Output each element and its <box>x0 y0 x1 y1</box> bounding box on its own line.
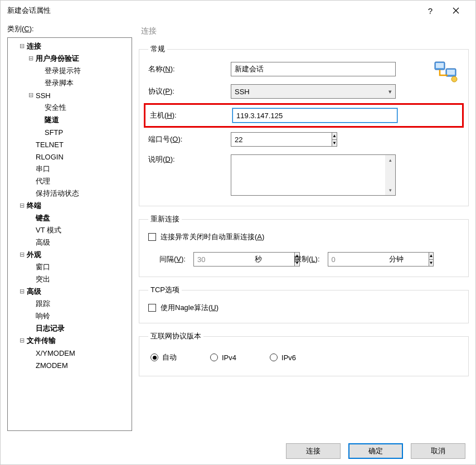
tree-item-label: X/YMODEM <box>35 349 75 357</box>
tree-item[interactable]: SFTP <box>8 126 132 138</box>
tree-item-label: 突出 <box>35 274 50 284</box>
category-label: 类别(C): <box>7 24 132 34</box>
collapse-icon[interactable]: ⊟ <box>18 288 26 295</box>
tree-item[interactable]: 代理 <box>8 175 132 187</box>
radio-icon <box>150 353 158 361</box>
protocol-value: SSH <box>235 88 250 96</box>
scroll-down-icon[interactable]: ▾ <box>385 185 395 195</box>
group-general-legend: 常规 <box>148 44 167 54</box>
svg-rect-3 <box>447 70 455 75</box>
tree-item[interactable]: 串口 <box>8 163 132 175</box>
close-button[interactable] <box>443 1 469 21</box>
category-tree[interactable]: ⊟连接⊟用户身份验证登录提示符登录脚本⊟SSH安全性隧道SFTPTELNETRL… <box>7 37 132 431</box>
tree-item-label: 安全性 <box>43 103 66 113</box>
limit-spin-buttons: ▲▼ <box>429 252 434 267</box>
tree-item-label: 登录脚本 <box>43 78 74 88</box>
host-input[interactable] <box>232 108 397 123</box>
tree-item[interactable]: ⊟终端 <box>8 200 132 212</box>
port-spinner[interactable]: ▲ ▼ <box>231 132 326 147</box>
collapse-icon[interactable]: ⊟ <box>27 91 35 99</box>
ok-button[interactable]: 确定 <box>348 443 403 459</box>
tree-item-label: 文件传输 <box>26 336 56 346</box>
scroll-up-icon[interactable]: ▴ <box>385 155 395 165</box>
tree-item[interactable]: 窗口 <box>8 261 132 273</box>
port-label: 端口号(O): <box>148 134 231 144</box>
tree-item[interactable]: 高级 <box>8 236 132 249</box>
name-input[interactable] <box>231 62 396 76</box>
tree-item[interactable]: ⊟文件传输 <box>8 335 132 347</box>
scrollbar[interactable]: ▴ ▾ <box>385 155 395 195</box>
tree-item[interactable]: 突出 <box>8 273 132 285</box>
protocol-select[interactable]: SSH ▾ <box>231 84 396 99</box>
collapse-icon[interactable]: ⊟ <box>18 337 26 344</box>
tree-item[interactable]: 登录提示符 <box>8 65 132 77</box>
tree-item-label: 窗口 <box>35 262 50 272</box>
spin-down-icon[interactable]: ▼ <box>332 140 337 147</box>
help-button[interactable]: ? <box>417 1 443 21</box>
tree-item[interactable]: 日志记录 <box>8 322 132 335</box>
panel-title: 连接 <box>141 26 469 36</box>
port-input[interactable] <box>231 132 332 147</box>
tree-item[interactable]: 安全性 <box>8 101 132 114</box>
tree-item[interactable]: ZMODEM <box>8 359 132 371</box>
svg-rect-1 <box>436 63 444 68</box>
tree-item-label: TELNET <box>35 141 64 149</box>
tree-item-label: ZMODEM <box>35 361 68 370</box>
close-icon <box>453 7 459 14</box>
group-ip-version: 互联网协议版本 自动 IPv4 IPv6 <box>139 331 469 376</box>
tree-item[interactable]: 隧道 <box>8 114 132 126</box>
tree-item-label: 串口 <box>35 164 50 174</box>
tree-item-label: 高级 <box>26 287 41 297</box>
collapse-icon[interactable]: ⊟ <box>27 55 35 62</box>
radio-ipv4-label: IPv4 <box>222 353 236 362</box>
tree-item[interactable]: ⊟外观 <box>8 249 132 261</box>
tree-item[interactable]: ⊟高级 <box>8 285 132 298</box>
tree-item[interactable]: ⊟用户身份验证 <box>8 52 132 65</box>
group-ip-version-legend: 互联网协议版本 <box>148 331 203 341</box>
tree-item[interactable]: ⊟连接 <box>8 40 132 52</box>
tree-item[interactable]: 登录脚本 <box>8 77 132 89</box>
tree-item-label: RLOGIN <box>35 153 64 161</box>
group-tcp-legend: TCP选项 <box>148 285 182 295</box>
tree-item-label: 保持活动状态 <box>35 188 79 198</box>
radio-ipv6-label: IPv6 <box>281 353 296 362</box>
auto-reconnect-checkbox[interactable]: 连接异常关闭时自动重新连接(A) <box>148 232 459 242</box>
tree-item[interactable]: 响铃 <box>8 310 132 322</box>
tree-item-label: 代理 <box>35 176 50 186</box>
tree-item-label: 高级 <box>35 238 50 248</box>
tree-item[interactable]: VT 模式 <box>8 224 132 236</box>
tree-item[interactable]: ⊟SSH <box>8 89 132 101</box>
tree-item-label: 外观 <box>26 250 41 260</box>
tree-item[interactable]: 保持活动状态 <box>8 187 132 200</box>
nagle-label: 使用Nagle算法(U) <box>161 303 218 313</box>
description-textarea[interactable]: ▴ ▾ <box>231 154 396 196</box>
tree-item[interactable]: TELNET <box>8 138 132 151</box>
network-icon <box>434 61 458 83</box>
tree-item[interactable]: RLOGIN <box>8 151 132 163</box>
chevron-down-icon: ▾ <box>388 88 392 95</box>
radio-ipv6[interactable]: IPv6 <box>270 352 296 362</box>
nagle-checkbox[interactable]: 使用Nagle算法(U) <box>148 303 459 313</box>
checkbox-icon <box>148 304 156 312</box>
collapse-icon[interactable]: ⊟ <box>18 251 26 258</box>
tree-item-label: 连接 <box>26 41 41 51</box>
window-title: 新建会话属性 <box>7 6 51 16</box>
interval-label: 间隔(V): <box>159 254 186 264</box>
group-general: 常规 名称(N): 协议(P): SSH <box>139 44 469 206</box>
tree-item-label: VT 模式 <box>35 225 61 235</box>
protocol-label: 协议(P): <box>148 86 231 96</box>
collapse-icon[interactable]: ⊟ <box>18 42 26 50</box>
tree-item[interactable]: 键盘 <box>8 212 132 224</box>
collapse-icon[interactable]: ⊟ <box>18 202 26 209</box>
interval-unit: 秒 <box>255 254 262 264</box>
cancel-button[interactable]: 取消 <box>411 443 465 459</box>
radio-auto[interactable]: 自动 <box>150 352 177 362</box>
radio-ipv4[interactable]: IPv4 <box>210 352 236 362</box>
connect-button[interactable]: 连接 <box>286 443 341 459</box>
port-spin-buttons[interactable]: ▲ ▼ <box>332 132 337 147</box>
tree-item[interactable]: X/YMODEM <box>8 347 132 359</box>
auto-reconnect-label: 连接异常关闭时自动重新连接(A) <box>161 232 264 242</box>
spin-up-icon[interactable]: ▲ <box>332 133 337 140</box>
group-tcp: TCP选项 使用Nagle算法(U) <box>139 285 469 323</box>
tree-item[interactable]: 跟踪 <box>8 298 132 310</box>
